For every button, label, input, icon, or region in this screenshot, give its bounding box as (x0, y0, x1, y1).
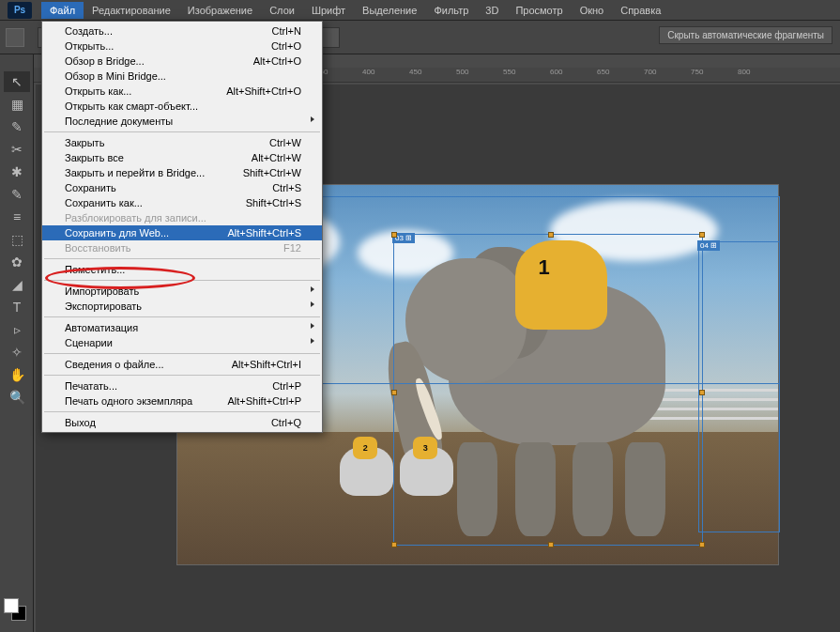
slice-04[interactable]: 04 ⊞ (698, 241, 780, 532)
menu-item--[interactable]: Сведения о файле...Alt+Shift+Ctrl+I (42, 357, 322, 372)
menu-separator (44, 353, 320, 354)
menu-item-shortcut: Ctrl+N (272, 25, 301, 37)
menu-3d[interactable]: 3D (477, 2, 507, 19)
menu-item-shortcut: F12 (283, 242, 301, 254)
menu-item-label: Открыть... (65, 40, 114, 52)
submenu-arrow-icon (311, 116, 314, 122)
ruler-tick: 550 (503, 68, 515, 76)
slice-handle[interactable] (391, 542, 397, 547)
tool-1[interactable]: ▦ (4, 94, 30, 115)
ruler-tick: 600 (550, 68, 562, 76)
menu-item--: Разблокировать для записи... (42, 210, 322, 225)
menu-item--mini-bridge-[interactable]: Обзор в Mini Bridge... (42, 69, 322, 84)
menu-item--[interactable]: Сохранить как...Shift+Ctrl+S (42, 195, 322, 210)
menu-separator (44, 280, 320, 281)
menu-item-label: Обзор в Mini Bridge... (65, 70, 166, 82)
menu-item-label: Обзор в Bridge... (65, 55, 145, 67)
color-swatches[interactable] (4, 598, 28, 623)
menu-просмотр[interactable]: Просмотр (507, 2, 571, 19)
menu-изображение[interactable]: Изображение (179, 2, 261, 19)
ruler-tick: 450 (409, 68, 421, 76)
ruler-tick: 650 (597, 68, 609, 76)
submenu-arrow-icon (311, 301, 314, 307)
foreground-swatch[interactable] (4, 598, 19, 613)
menu-item-label: Открыть как... (65, 85, 131, 97)
tool-2[interactable]: ✎ (4, 116, 30, 137)
menu-редактирование[interactable]: Редактирование (84, 2, 179, 19)
menu-item-shortcut: Alt+Ctrl+O (253, 55, 301, 67)
menu-item-label: Открыть как смарт-объект... (65, 100, 198, 112)
slice-handle[interactable] (699, 542, 705, 547)
menu-item--[interactable]: ЗакрытьCtrl+W (42, 135, 322, 150)
tool-3[interactable]: ✂ (4, 139, 30, 160)
menu-item--[interactable]: Печать одного экземпляраAlt+Shift+Ctrl+P (42, 393, 322, 408)
tool-13[interactable]: ✋ (4, 364, 30, 385)
slice-03[interactable]: 03 ⊞ (393, 234, 703, 546)
menu-item--web-[interactable]: Сохранить для Web...Alt+Shift+Ctrl+S (42, 225, 322, 240)
submenu-arrow-icon (311, 286, 314, 292)
menu-выделение[interactable]: Выделение (354, 2, 425, 19)
hide-auto-fragments-button[interactable]: Скрыть автоматические фрагменты (659, 26, 832, 44)
menu-item-shortcut: Alt+Shift+Ctrl+S (227, 227, 301, 239)
menu-item--[interactable]: Открыть...Ctrl+O (42, 39, 322, 54)
tool-0[interactable]: ↖ (4, 71, 30, 92)
menu-item--bridge-[interactable]: Закрыть и перейти в Bridge...Shift+Ctrl+… (42, 165, 322, 180)
tool-12[interactable]: ✧ (4, 342, 30, 362)
menu-item--[interactable]: Последние документы (42, 114, 322, 129)
menu-item--[interactable]: Импортировать (42, 284, 322, 299)
menu-item--[interactable]: Закрыть всеAlt+Ctrl+W (42, 150, 322, 165)
menu-item--[interactable]: Печатать...Ctrl+P (42, 378, 322, 393)
tool-7[interactable]: ⬚ (4, 229, 30, 250)
tool-preset-icon[interactable] (6, 28, 24, 47)
tool-4[interactable]: ✱ (4, 162, 30, 182)
menu-separator (44, 316, 320, 317)
menu-item-label: Импортировать (65, 285, 139, 297)
menu-separator (44, 258, 320, 259)
slice-handle[interactable] (699, 232, 705, 238)
tool-8[interactable]: ✿ (4, 252, 30, 272)
menu-item--[interactable]: Поместить... (42, 262, 322, 277)
menu-файл[interactable]: Файл (41, 2, 84, 19)
menu-справка[interactable]: Справка (612, 2, 669, 19)
menu-item-shortcut: Shift+Ctrl+S (246, 197, 301, 208)
menu-item-label: Печатать... (65, 380, 117, 392)
slice-handle[interactable] (548, 542, 554, 547)
racing-dog: 2 (340, 447, 394, 497)
slice-handle[interactable] (391, 390, 397, 395)
menu-item--[interactable]: ВыходCtrl+Q (42, 415, 322, 430)
submenu-arrow-icon (311, 323, 314, 329)
menu-окно[interactable]: Окно (572, 2, 613, 19)
menu-item--[interactable]: Экспортировать (42, 299, 322, 314)
tool-14[interactable]: 🔍 (4, 387, 30, 408)
tool-6[interactable]: ≡ (4, 207, 30, 227)
menu-фильтр[interactable]: Фильтр (425, 2, 477, 19)
menu-item--[interactable]: Создать...Ctrl+N (42, 23, 322, 39)
tool-9[interactable]: ◢ (4, 274, 30, 295)
menu-item--[interactable]: СохранитьCtrl+S (42, 180, 322, 195)
menu-item--[interactable]: Открыть как смарт-объект... (42, 99, 322, 114)
menu-item-label: Экспортировать (65, 301, 142, 312)
menu-item--bridge-[interactable]: Обзор в Bridge...Alt+Ctrl+O (42, 54, 322, 69)
menu-item-label: Закрыть и перейти в Bridge... (65, 167, 205, 178)
menu-item--[interactable]: Автоматизация (42, 320, 322, 335)
menu-item-shortcut: Ctrl+Q (271, 417, 301, 428)
tool-5[interactable]: ✎ (4, 184, 30, 205)
tool-11[interactable]: ▹ (4, 319, 30, 340)
menu-item-shortcut: Shift+Ctrl+W (243, 167, 301, 178)
menu-item-label: Последние документы (65, 116, 173, 127)
menu-шрифт[interactable]: Шрифт (303, 2, 354, 19)
menu-item-label: Сохранить (65, 182, 116, 193)
slice-handle[interactable] (391, 232, 397, 238)
slice-handle[interactable] (548, 232, 554, 238)
menu-item-label: Выход (65, 417, 96, 428)
menu-item-label: Восстановить (65, 242, 130, 254)
menu-item-shortcut: Alt+Shift+Ctrl+P (227, 395, 301, 407)
menu-item-label: Сценарии (65, 337, 113, 348)
tool-10[interactable]: T (4, 297, 30, 317)
ruler-tick: 750 (691, 68, 703, 76)
menu-separator (44, 411, 320, 412)
menu-item--[interactable]: Сценарии (42, 335, 322, 350)
menu-слои[interactable]: Слои (261, 2, 303, 19)
submenu-arrow-icon (311, 338, 314, 344)
menu-item--[interactable]: Открыть как...Alt+Shift+Ctrl+O (42, 84, 322, 99)
